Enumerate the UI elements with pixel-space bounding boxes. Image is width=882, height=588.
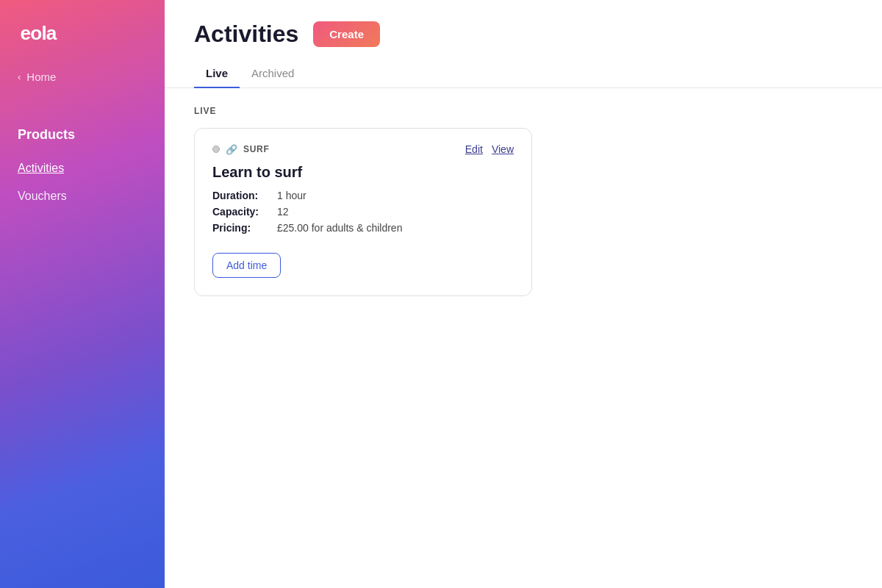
card-actions: Edit View bbox=[465, 143, 514, 155]
activity-tag: SURF bbox=[243, 144, 270, 154]
capacity-label: Capacity: bbox=[212, 206, 271, 218]
pricing-label: Pricing: bbox=[212, 222, 271, 234]
svg-text:eola: eola bbox=[21, 22, 57, 44]
section-live-label: LIVE bbox=[194, 106, 853, 116]
sidebar-item-activities[interactable]: Activities bbox=[0, 154, 165, 182]
create-button[interactable]: Create bbox=[313, 21, 380, 47]
edit-link[interactable]: Edit bbox=[465, 143, 483, 155]
capacity-value: 12 bbox=[277, 206, 289, 218]
logo: eola bbox=[0, 0, 165, 62]
tabs-bar: Live Archived bbox=[165, 48, 882, 88]
content-area: LIVE 🔗 SURF Edit View Learn to surf Dura… bbox=[165, 106, 882, 296]
tab-archived[interactable]: Archived bbox=[240, 60, 306, 88]
sidebar-products-label: Products bbox=[0, 121, 165, 148]
detail-row-capacity: Capacity: 12 bbox=[212, 206, 514, 218]
status-dot bbox=[212, 146, 220, 153]
card-top-row: 🔗 SURF Edit View bbox=[212, 143, 514, 155]
chevron-left-icon: ‹ bbox=[18, 71, 21, 82]
pricing-value: £25.00 for adults & children bbox=[277, 222, 402, 234]
page-title: Activities bbox=[194, 21, 298, 48]
sidebar-item-vouchers[interactable]: Vouchers bbox=[0, 182, 165, 210]
home-label: Home bbox=[26, 71, 56, 83]
page-header: Activities Create bbox=[165, 0, 882, 48]
home-link[interactable]: ‹ Home bbox=[0, 62, 165, 92]
view-link[interactable]: View bbox=[492, 143, 514, 155]
detail-row-duration: Duration: 1 hour bbox=[212, 190, 514, 201]
duration-label: Duration: bbox=[212, 190, 271, 201]
link-icon: 🔗 bbox=[226, 144, 237, 155]
add-time-button[interactable]: Add time bbox=[212, 253, 281, 278]
tab-live[interactable]: Live bbox=[194, 60, 240, 88]
detail-row-pricing: Pricing: £25.00 for adults & children bbox=[212, 222, 514, 234]
sidebar: eola ‹ Home Products Activities Vouchers bbox=[0, 0, 165, 588]
activity-card: 🔗 SURF Edit View Learn to surf Duration:… bbox=[194, 128, 532, 296]
card-tag-row: 🔗 SURF bbox=[212, 144, 270, 155]
activity-title: Learn to surf bbox=[212, 164, 514, 181]
duration-value: 1 hour bbox=[277, 190, 306, 201]
main-content: Activities Create Live Archived LIVE 🔗 S… bbox=[165, 0, 882, 588]
